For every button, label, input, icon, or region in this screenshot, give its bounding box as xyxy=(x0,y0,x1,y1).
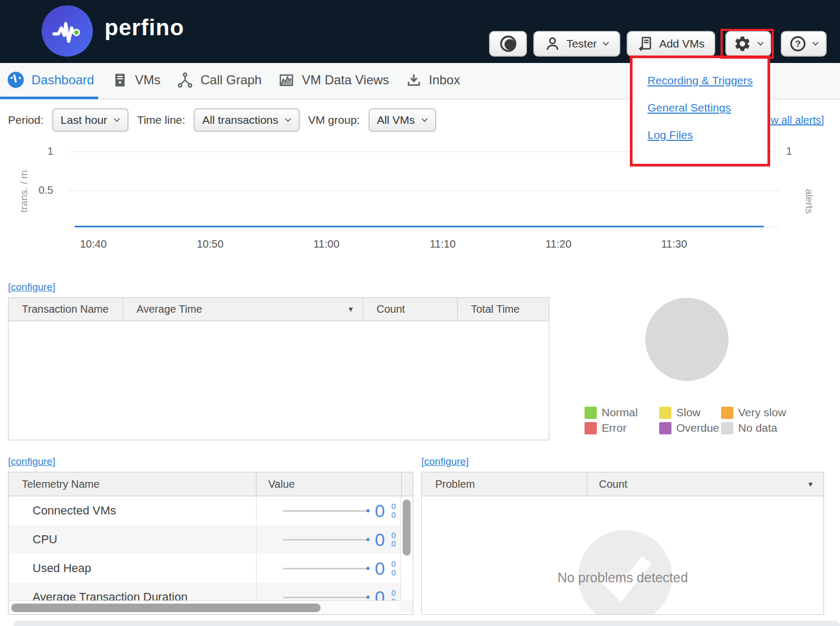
settings-dropdown-menu: Recording & Triggers General Settings Lo… xyxy=(630,56,770,167)
dashboard-gauge-icon xyxy=(7,71,25,89)
sparkline-dot xyxy=(366,538,370,541)
tab-call-graph[interactable]: Call Graph xyxy=(177,63,262,97)
transaction-status-pie xyxy=(645,298,729,381)
legend-swatch-error xyxy=(585,422,597,434)
legend-swatch-overdue xyxy=(659,422,671,434)
scrollbar-header-spacer xyxy=(401,472,413,496)
user-menu-label: Tester xyxy=(566,37,597,50)
period-label: Period: xyxy=(8,114,44,126)
data-views-chart-icon xyxy=(278,72,295,89)
legend-item-normal: Normal xyxy=(585,406,659,419)
column-header-count[interactable]: Count xyxy=(363,298,458,321)
column-header-value[interactable]: Value xyxy=(257,472,401,496)
configure-problems-link[interactable]: [configure] xyxy=(421,456,469,467)
period-select[interactable]: Last hour xyxy=(52,108,129,132)
table-row-connected-vms: Connected VMs 0 0 0 xyxy=(9,496,413,525)
gridline xyxy=(69,191,779,191)
dark-mode-icon xyxy=(499,35,517,53)
no-problems-message: No problems detected xyxy=(422,570,823,585)
horizontal-scrollbar-thumb[interactable] xyxy=(11,604,321,612)
gear-icon xyxy=(733,35,751,53)
sparkline-dot xyxy=(366,567,370,570)
menu-item-log-files[interactable]: Log Files xyxy=(647,129,767,141)
theme-toggle-button[interactable] xyxy=(489,31,527,57)
telemetry-value: 0 xyxy=(375,501,385,521)
vertical-scrollbar xyxy=(401,496,413,600)
column-header-telemetry-name[interactable]: Telemetry Name xyxy=(9,472,257,496)
column-header-total-time[interactable]: Total Time xyxy=(458,298,549,321)
problems-table-header: Problem Count ▼ xyxy=(422,472,823,496)
problems-table: Problem Count ▼ No problems detected xyxy=(421,472,824,615)
app-header: perfino Tester xyxy=(0,0,840,63)
active-tab-indicator xyxy=(0,97,98,99)
chevron-down-icon xyxy=(603,42,609,46)
column-header-average-time[interactable]: Average Time ▼ xyxy=(123,298,363,321)
bottom-edge-strip xyxy=(13,621,840,626)
legend-item-slow: Slow xyxy=(659,406,721,419)
vertical-scrollbar-thumb[interactable] xyxy=(403,500,411,556)
column-header-problem-count[interactable]: Count ▼ xyxy=(587,472,823,496)
telemetry-value: 0 xyxy=(375,558,385,579)
add-vm-icon xyxy=(637,36,653,52)
svg-text:?: ? xyxy=(795,38,801,49)
x-axis-tick: 11:20 xyxy=(546,238,572,250)
right-axis-tick: 1 xyxy=(786,145,792,157)
column-header-problem[interactable]: Problem xyxy=(422,472,587,496)
tab-dashboard-label: Dashboard xyxy=(31,73,94,88)
pulse-icon xyxy=(50,13,85,49)
timeline-select[interactable]: All transactions xyxy=(194,108,299,132)
period-select-value: Last hour xyxy=(61,114,108,126)
telemetry-table: Telemetry Name Value Connected VMs 0 0 0… xyxy=(8,472,413,615)
status-legend: Normal Slow Very slow Error Overdue No d… xyxy=(585,406,806,434)
legend-item-overdue: Overdue xyxy=(659,422,721,434)
transactions-table: Transaction Name Average Time ▼ Count To… xyxy=(8,297,549,440)
perfino-dashboard: perfino Tester xyxy=(0,0,840,626)
menu-item-general-settings[interactable]: General Settings xyxy=(647,101,767,114)
telemetry-value: 0 xyxy=(375,529,385,550)
chevron-down-icon xyxy=(285,118,291,122)
tab-vms[interactable]: VMs xyxy=(112,63,161,97)
x-axis-tick: 11:00 xyxy=(314,238,340,250)
x-axis-tick: 11:30 xyxy=(661,238,687,250)
column-header-transaction-name[interactable]: Transaction Name xyxy=(9,298,123,321)
menu-item-recording-triggers[interactable]: Recording & Triggers xyxy=(647,74,767,87)
table-row-cpu: CPU 0 0 0 xyxy=(9,525,413,554)
table-row-used-heap: Used Heap 0 0 0 xyxy=(9,554,413,583)
y-axis-tick: 1 xyxy=(29,145,53,157)
right-axis-label: alerts xyxy=(803,172,815,231)
legend-item-error: Error xyxy=(585,422,659,434)
call-graph-icon xyxy=(177,72,194,89)
add-vms-button[interactable]: Add VMs xyxy=(627,31,715,57)
chevron-down-icon xyxy=(114,118,120,122)
configure-transactions-link[interactable]: [configure] xyxy=(8,281,55,293)
legend-swatch-no-data xyxy=(721,422,733,434)
timeline-select-value: All transactions xyxy=(202,114,278,126)
tab-vms-label: VMs xyxy=(135,73,161,88)
tab-inbox[interactable]: Inbox xyxy=(406,63,460,97)
help-icon: ? xyxy=(789,35,806,52)
x-axis-tick: 10:40 xyxy=(80,238,107,250)
vm-server-icon xyxy=(112,72,128,88)
settings-menu-button[interactable] xyxy=(725,31,771,57)
tab-vm-data-views[interactable]: VM Data Views xyxy=(278,63,389,97)
configure-telemetry-link[interactable]: [configure] xyxy=(8,456,55,467)
horizontal-scrollbar xyxy=(9,600,401,614)
vm-group-select[interactable]: All VMs xyxy=(369,108,436,132)
tab-vm-data-views-label: VM Data Views xyxy=(302,73,389,88)
chevron-down-icon xyxy=(757,42,764,46)
timeline-label: Time line: xyxy=(137,114,185,126)
legend-item-no-data: No data xyxy=(721,422,806,434)
help-menu-button[interactable]: ? xyxy=(781,31,827,57)
legend-item-very-slow: Very slow xyxy=(721,406,806,419)
vm-group-select-value: All VMs xyxy=(377,114,415,126)
tab-inbox-label: Inbox xyxy=(429,73,460,88)
user-menu-button[interactable]: Tester xyxy=(533,31,620,57)
transactions-table-header: Transaction Name Average Time ▼ Count To… xyxy=(9,298,549,321)
y-axis-tick: 0.5 xyxy=(29,184,53,196)
sparkline xyxy=(283,597,369,598)
problems-table-body: No problems detected xyxy=(422,496,823,615)
tab-dashboard[interactable]: Dashboard xyxy=(7,63,94,97)
tab-call-graph-label: Call Graph xyxy=(201,73,262,88)
perfino-logo xyxy=(42,5,93,57)
legend-swatch-slow xyxy=(659,407,671,419)
